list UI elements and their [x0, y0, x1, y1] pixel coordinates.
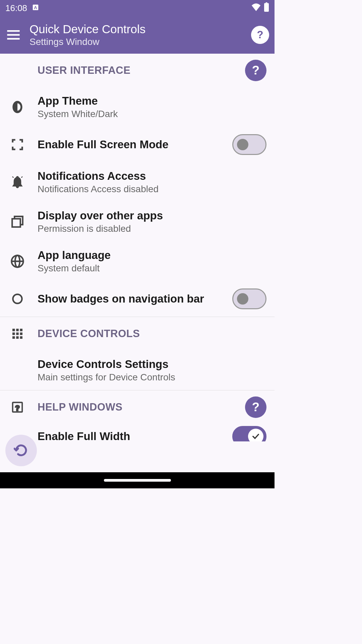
svg-rect-19: [12, 336, 15, 339]
help-icon: ?: [254, 29, 266, 41]
svg-rect-6: [7, 38, 19, 40]
app-indicator-icon: A: [32, 3, 39, 13]
setting-title: Enable Full Width: [38, 430, 222, 441]
setting-device-controls[interactable]: Device Controls Settings Main settings f…: [0, 351, 275, 390]
setting-badges[interactable]: Show badges on navigation bar: [0, 281, 275, 317]
circle-icon: [8, 289, 27, 308]
svg-text:A: A: [34, 5, 37, 10]
restore-icon: [14, 443, 28, 458]
help-icon: ?: [249, 64, 262, 77]
grid-icon: [8, 324, 27, 343]
section-title: DEVICE CONTROLS: [38, 328, 234, 340]
battery-icon: [264, 2, 269, 14]
restore-fab[interactable]: [5, 435, 37, 466]
nav-pill[interactable]: [104, 479, 171, 482]
fullscreen-icon: [8, 135, 27, 154]
section-title: USER INTERFACE: [38, 64, 234, 76]
setting-subtitle: System default: [38, 263, 266, 274]
setting-title: App Theme: [38, 95, 266, 107]
svg-rect-3: [264, 3, 269, 12]
section-help-button[interactable]: ?: [245, 60, 266, 81]
content-scroll[interactable]: USER INTERFACE ? App Theme System White/…: [0, 54, 275, 472]
setting-subtitle: Notifications Access disabled: [38, 184, 266, 195]
svg-rect-20: [16, 336, 19, 339]
status-time: 16:08: [5, 3, 27, 13]
status-bar: 16:08 A: [0, 0, 275, 16]
setting-display-over[interactable]: Display over other apps Permission is di…: [0, 202, 275, 241]
bell-icon: [8, 173, 27, 192]
app-bar-titles: Quick Device Controls Settings Window: [29, 22, 243, 47]
section-header-device-controls: DEVICE CONTROLS: [0, 317, 275, 351]
help-window-icon: ?: [8, 398, 27, 417]
svg-rect-4: [7, 30, 19, 32]
setting-title: Show badges on navigation bar: [38, 292, 222, 305]
svg-text:?: ?: [252, 64, 259, 77]
svg-rect-21: [20, 336, 23, 339]
section-header-user-interface: USER INTERFACE ?: [0, 54, 275, 87]
setting-fullscreen[interactable]: Enable Full Screen Mode: [0, 127, 275, 162]
setting-title: App language: [38, 249, 266, 262]
svg-rect-14: [16, 329, 19, 331]
wifi-icon: [251, 3, 261, 13]
full-width-toggle[interactable]: [232, 426, 266, 441]
help-button[interactable]: ?: [251, 26, 269, 44]
help-icon: ?: [249, 400, 262, 414]
setting-subtitle: Permission is disabled: [38, 223, 266, 234]
section-title: HELP WINDOWS: [38, 401, 234, 413]
menu-button[interactable]: [5, 27, 21, 43]
app-subtitle: Settings Window: [29, 37, 243, 47]
svg-rect-17: [16, 332, 19, 335]
setting-subtitle: Main settings for Device Controls: [38, 372, 266, 383]
app-title: Quick Device Controls: [29, 22, 243, 36]
fullscreen-toggle[interactable]: [232, 134, 266, 155]
status-left: 16:08 A: [5, 3, 39, 13]
svg-text:?: ?: [257, 29, 263, 41]
nav-bar: [0, 472, 275, 488]
setting-language[interactable]: App language System default: [0, 241, 275, 281]
setting-title: Device Controls Settings: [38, 358, 266, 371]
setting-title: Display over other apps: [38, 209, 266, 222]
check-icon: [251, 432, 260, 441]
setting-subtitle: System White/Dark: [38, 109, 266, 119]
svg-rect-18: [20, 332, 23, 335]
globe-icon: [8, 252, 27, 271]
svg-text:?: ?: [15, 404, 20, 412]
app-bar: Quick Device Controls Settings Window ?: [0, 16, 275, 54]
svg-rect-9: [12, 219, 20, 227]
svg-point-12: [13, 294, 22, 304]
theme-icon: [8, 98, 27, 116]
status-right: [251, 2, 269, 14]
hamburger-icon: [7, 30, 20, 40]
svg-rect-2: [266, 2, 267, 3]
overlay-icon: [8, 212, 27, 231]
section-help-button[interactable]: ?: [245, 396, 266, 418]
setting-title: Notifications Access: [38, 170, 266, 182]
section-header-help-windows: ? HELP WINDOWS ?: [0, 390, 275, 424]
setting-full-width[interactable]: Enable Full Width: [0, 424, 275, 441]
setting-app-theme[interactable]: App Theme System White/Dark: [0, 87, 275, 127]
setting-notifications[interactable]: Notifications Access Notifications Acces…: [0, 162, 275, 202]
svg-rect-15: [20, 329, 23, 331]
svg-text:?: ?: [252, 400, 259, 414]
badges-toggle[interactable]: [232, 288, 266, 309]
svg-rect-5: [7, 34, 19, 36]
svg-rect-13: [12, 329, 15, 331]
svg-rect-16: [12, 332, 15, 335]
setting-title: Enable Full Screen Mode: [38, 138, 222, 151]
